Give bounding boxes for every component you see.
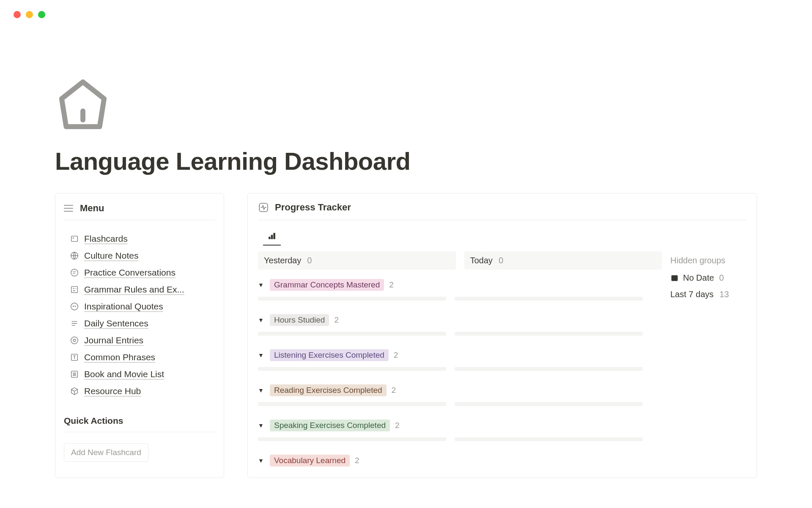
lines-icon (70, 319, 79, 328)
last-7-days-label: Last 7 days (670, 290, 713, 299)
sidebar-item-label: Culture Notes (84, 251, 138, 261)
skeleton-placeholder (258, 402, 446, 406)
sidebar-item-practice-conversations[interactable]: Practice Conversations (64, 264, 215, 281)
group-row[interactable]: ▼Speaking Exercises Completed2 (258, 417, 643, 434)
column-header-today[interactable]: Today0 (464, 251, 662, 270)
sidebar-item-label: Grammar Rules and Ex... (84, 284, 184, 295)
sidebar-item-inspirational-quotes[interactable]: Inspirational Quotes (64, 298, 215, 315)
group-row[interactable]: ▼Reading Exercises Completed2 (258, 382, 643, 399)
svg-rect-5 (71, 287, 78, 293)
journal-icon (70, 336, 79, 345)
column-title: Today (470, 256, 493, 265)
disclosure-icon[interactable]: ▼ (258, 422, 265, 429)
no-date-group[interactable]: No Date 0 (670, 273, 746, 283)
last-7-days-count: 13 (719, 290, 729, 299)
group-tag: Hours Studied (270, 314, 329, 326)
column-count: 0 (307, 256, 312, 265)
menu-icon (64, 205, 73, 212)
column-count: 0 (499, 256, 503, 265)
group-count: 2 (392, 386, 396, 395)
hidden-groups-column: Hidden groups No Date 0 Last 7 days 13 (670, 251, 746, 469)
window-controls (0, 0, 812, 18)
group-tag: Grammar Concepts Mastered (270, 279, 384, 291)
svg-point-7 (71, 303, 78, 310)
sidebar-item-culture-notes[interactable]: Culture Notes (64, 247, 215, 264)
column-header-yesterday[interactable]: Yesterday0 (258, 251, 456, 270)
text-icon (70, 353, 79, 362)
disclosure-icon[interactable]: ▼ (258, 317, 265, 323)
svg-rect-1 (71, 236, 78, 242)
svg-rect-15 (273, 233, 275, 239)
sidebar-item-label: Journal Entries (84, 335, 143, 345)
cube-icon (70, 387, 79, 396)
sidebar-item-grammar-rules-and-ex[interactable]: Grammar Rules and Ex... (64, 281, 215, 298)
column-title: Yesterday (264, 256, 301, 265)
group-tag: Speaking Exercises Completed (270, 420, 390, 431)
sidebar-item-common-phrases[interactable]: Common Phrases (64, 349, 215, 366)
activity-icon (258, 202, 269, 213)
skeleton-placeholder (455, 297, 643, 301)
close-window-button[interactable] (14, 11, 21, 18)
sidebar-item-book-and-movie-list[interactable]: Book and Movie List (64, 366, 215, 383)
board-view-tab[interactable] (263, 229, 281, 246)
group-tag: Reading Exercises Completed (270, 384, 387, 396)
progress-tracker-panel: Progress Tracker Yesterday0Today0 ▼Gramm… (247, 193, 757, 478)
add-flashcard-button[interactable]: Add New Flashcard (64, 443, 148, 462)
group-row[interactable]: ▼Vocabulary Learned2 (258, 452, 643, 469)
group-tag: Vocabulary Learned (270, 455, 350, 467)
chat-icon (70, 268, 79, 277)
page-title: Language Learning Dashboard (55, 147, 757, 175)
svg-point-6 (76, 288, 77, 289)
no-date-label: No Date (683, 273, 714, 283)
quick-actions-title: Quick Actions (64, 416, 215, 432)
group-tag: Listening Exercises Completed (270, 349, 389, 361)
skeleton-placeholder (258, 332, 446, 336)
sidebar-item-label: Practice Conversations (84, 268, 176, 278)
svg-rect-13 (269, 237, 271, 239)
sidebar-item-label: Inspirational Quotes (84, 301, 163, 312)
quote-icon (70, 302, 79, 311)
disclosure-icon[interactable]: ▼ (258, 457, 265, 464)
no-date-count: 0 (719, 273, 724, 283)
page-icon[interactable] (55, 77, 757, 135)
skeleton-placeholder (258, 437, 446, 441)
sidebar-item-resource-hub[interactable]: Resource Hub (64, 383, 215, 400)
minimize-window-button[interactable] (26, 11, 33, 18)
skeleton-placeholder (258, 297, 446, 301)
svg-point-2 (73, 237, 74, 239)
sidebar-item-daily-sentences[interactable]: Daily Sentences (64, 315, 215, 332)
skeleton-placeholder (455, 402, 643, 406)
group-row[interactable]: ▼Grammar Concepts Mastered2 (258, 276, 643, 293)
group-row[interactable]: ▼Hours Studied2 (258, 312, 643, 329)
sidebar-menu: Menu FlashcardsCulture NotesPractice Con… (55, 193, 224, 478)
disclosure-icon[interactable]: ▼ (258, 352, 265, 359)
skeleton-placeholder (258, 367, 446, 371)
svg-rect-14 (271, 235, 273, 239)
group-count: 2 (389, 280, 394, 290)
sidebar-item-label: Resource Hub (84, 386, 141, 396)
svg-point-9 (73, 339, 76, 342)
disclosure-icon[interactable]: ▼ (258, 282, 265, 288)
sidebar-title: Menu (80, 203, 104, 214)
skeleton-placeholder (455, 367, 643, 371)
skeleton-placeholder (455, 437, 643, 441)
svg-point-4 (71, 269, 78, 276)
group-count: 2 (355, 456, 359, 465)
group-count: 2 (334, 315, 339, 325)
sidebar-item-label: Daily Sentences (84, 318, 148, 329)
sidebar-item-journal-entries[interactable]: Journal Entries (64, 332, 215, 349)
last-7-days-group[interactable]: Last 7 days 13 (670, 290, 746, 299)
group-row[interactable]: ▼Listening Exercises Completed2 (258, 347, 643, 364)
group-count: 2 (394, 351, 398, 360)
group-count: 2 (395, 421, 400, 430)
sidebar-item-flashcards[interactable]: Flashcards (64, 230, 215, 247)
globe-icon (70, 251, 79, 260)
card-icon (70, 234, 79, 243)
skeleton-placeholder (455, 332, 643, 336)
list-icon (70, 370, 79, 379)
maximize-window-button[interactable] (38, 11, 45, 18)
sidebar-item-label: Common Phrases (84, 352, 155, 362)
panel-title: Progress Tracker (275, 202, 351, 213)
sidebar-item-label: Book and Movie List (84, 369, 164, 379)
disclosure-icon[interactable]: ▼ (258, 387, 265, 394)
